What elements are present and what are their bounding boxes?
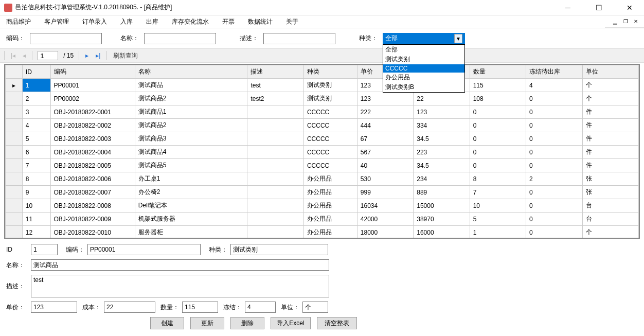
cell[interactable]: 123 [414,105,470,119]
menu-item[interactable]: 数据统计 [246,16,275,27]
cell[interactable]: 40 [357,159,413,172]
cell[interactable] [247,226,303,239]
table-row[interactable]: 12OBJ-20180822-0010服务器柜办公用品180001600010个 [6,226,639,239]
edit-qty-input[interactable] [182,302,218,313]
cell[interactable] [247,132,303,146]
cell[interactable]: 0 [526,146,582,159]
cell[interactable]: 567 [357,146,413,159]
cell[interactable]: OBJ-20180822-0006 [50,172,135,186]
page-input[interactable] [38,51,58,60]
column-header[interactable]: 描述 [247,65,303,79]
cell[interactable]: 34.5 [414,132,470,146]
cell[interactable]: 8 [470,172,526,186]
cell[interactable]: 办公用品 [303,226,357,239]
cell[interactable]: 7 [470,186,526,199]
filter-name-input[interactable] [144,33,216,44]
table-row[interactable]: 9OBJ-20180822-0007办公椅2办公用品99988970张 [6,186,639,199]
cell[interactable]: 测试商品4 [135,146,247,159]
cell[interactable]: 测试商品1 [135,105,247,119]
cell[interactable]: 223 [414,146,470,159]
cell[interactable]: 个 [582,92,638,105]
cell[interactable]: 530 [357,172,413,186]
cell[interactable]: 个 [582,79,638,92]
cell[interactable] [247,172,303,186]
column-header[interactable]: ID [22,65,50,79]
cell[interactable]: 3 [22,105,50,119]
cell[interactable]: 6 [22,146,50,159]
cell[interactable]: 0 [470,105,526,119]
import-excel-button[interactable]: 导入Excel [271,317,311,329]
combo-option[interactable]: 测试类别 [383,55,464,64]
cell[interactable]: test2 [247,92,303,105]
cell[interactable] [247,146,303,159]
table-row[interactable]: 3OBJ-20180822-0001测试商品1CCCCC22212300件 [6,105,639,119]
clear-table-button[interactable]: 清空整表 [317,317,357,329]
cell[interactable]: 0 [526,92,582,105]
combo-option[interactable]: CCCCC [383,64,464,73]
table-row[interactable]: 6OBJ-20180822-0004测试商品4CCCCC56722300件 [6,146,639,159]
cell[interactable] [247,119,303,132]
cell[interactable] [247,186,303,199]
page-next-icon[interactable]: ▸ [84,52,90,59]
cell[interactable]: 0 [526,226,582,239]
cell[interactable]: 18000 [357,226,413,239]
table-row[interactable]: 8OBJ-20180822-0006办工桌1办公用品53023482张 [6,172,639,186]
cell[interactable]: 444 [357,119,413,132]
cell[interactable]: 9 [22,186,50,199]
cell[interactable]: 件 [582,146,638,159]
cell[interactable]: 测试商品2 [135,92,247,105]
cell[interactable]: 办公椅2 [135,186,247,199]
cell[interactable]: 个 [582,226,638,239]
cell[interactable]: OBJ-20180822-0010 [50,226,135,239]
maximize-button[interactable]: ☐ [588,1,609,15]
cell[interactable]: 34.5 [414,159,470,172]
cell[interactable]: 8 [22,172,50,186]
cell[interactable]: 16000 [414,226,470,239]
cell[interactable]: 机架式服务器 [135,213,247,226]
menu-item[interactable]: 入库 [118,16,135,27]
column-header[interactable]: 冻结待出库 [526,65,582,79]
cell[interactable]: 测试商品3 [135,132,247,146]
table-row[interactable]: 7OBJ-20180822-0005测试商品5CCCCC4034.500件 [6,159,639,172]
cell[interactable]: 0 [526,213,582,226]
cell[interactable] [247,213,303,226]
cell[interactable]: 0 [470,132,526,146]
table-row[interactable]: 10OBJ-20180822-0008Dell笔记本办公用品1603415000… [6,199,639,213]
cell[interactable]: OBJ-20180822-0009 [50,213,135,226]
cell[interactable]: OBJ-20180822-0002 [50,119,135,132]
cell[interactable]: 123 [357,92,413,105]
cell[interactable]: 测试类别 [303,92,357,105]
menu-item[interactable]: 客户管理 [42,16,71,27]
cell[interactable]: CCCCC [303,146,357,159]
cell[interactable]: CCCCC [303,132,357,146]
filter-kind-combo[interactable]: 全部 ▾ [383,33,465,44]
cell[interactable]: 15000 [414,199,470,213]
menu-item[interactable]: 关于 [284,16,300,27]
page-last-icon[interactable]: ▸| [95,52,101,59]
edit-price-input[interactable] [31,302,77,313]
cell[interactable]: CCCCC [303,105,357,119]
cell[interactable]: PP00002 [50,92,135,105]
cell[interactable]: 889 [414,186,470,199]
filter-desc-input[interactable] [263,33,335,44]
column-header[interactable]: 种类 [303,65,357,79]
cell[interactable]: 测试类别 [303,79,357,92]
cell[interactable]: 38970 [414,213,470,226]
cell[interactable]: 测试商品5 [135,159,247,172]
table-row[interactable]: 5OBJ-20180822-0003测试商品3CCCCC6734.500件 [6,132,639,146]
column-header[interactable]: 数量 [470,65,526,79]
cell[interactable]: 222 [357,105,413,119]
table-row[interactable]: 4OBJ-20180822-0002测试商品2CCCCC44433400件 [6,119,639,132]
mdi-restore-icon[interactable]: ❐ [621,18,630,25]
update-button[interactable]: 更新 [190,317,224,329]
edit-unit-input[interactable] [302,302,328,313]
cell[interactable]: OBJ-20180822-0008 [50,199,135,213]
cell[interactable]: Dell笔记本 [135,199,247,213]
cell[interactable]: 5 [22,132,50,146]
cell[interactable] [247,199,303,213]
delete-button[interactable]: 删除 [230,317,264,329]
cell[interactable]: 999 [357,186,413,199]
menu-item[interactable]: 出库 [144,16,160,27]
cell[interactable]: 2 [526,172,582,186]
close-button[interactable]: ✕ [619,1,640,15]
